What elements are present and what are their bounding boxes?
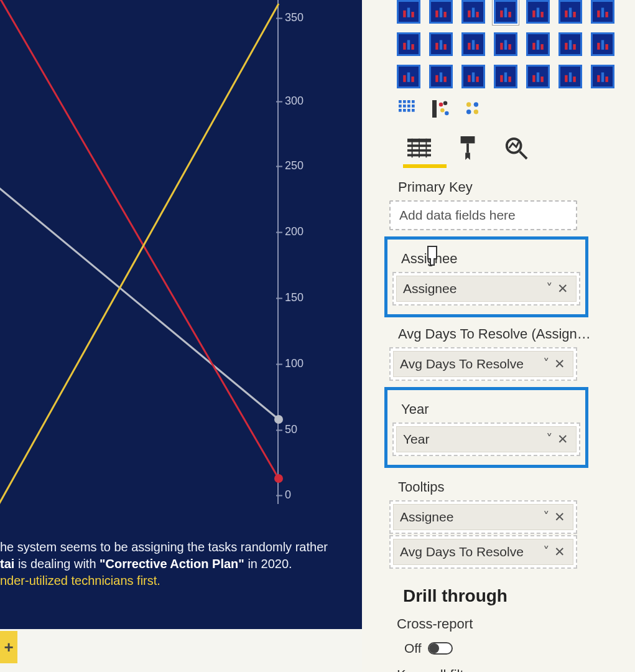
svg-rect-64	[573, 77, 575, 82]
tooltips-label: Tooltips	[362, 473, 626, 500]
svg-rect-68	[399, 100, 402, 103]
svg-rect-34	[476, 44, 478, 50]
svg-rect-79	[412, 109, 415, 112]
caption-bold-b: Corrective Action Plan	[106, 557, 239, 571]
visual-type-tile[interactable]	[591, 0, 614, 24]
cross-report-state: Off	[404, 641, 422, 656]
svg-rect-73	[403, 105, 406, 108]
svg-point-1	[274, 415, 283, 424]
visual-type-tile[interactable]	[494, 0, 517, 24]
svg-rect-14	[500, 11, 503, 17]
visual-type-tile[interactable]	[526, 0, 550, 24]
svg-point-86	[474, 102, 478, 106]
remove-field-icon[interactable]: ✕	[556, 432, 570, 447]
cross-report-toggle[interactable]: Off	[362, 636, 626, 666]
svg-point-82	[443, 101, 448, 105]
svg-rect-62	[565, 75, 567, 82]
svg-rect-32	[468, 43, 470, 50]
tooltip-field-0-value: Assignee	[400, 510, 539, 525]
report-canvas[interactable]: 350 300 250 200 150 100 50 0 he system s…	[0, 0, 362, 629]
svg-rect-25	[605, 12, 608, 17]
keep-filters-label: Keep all filters	[362, 666, 626, 672]
visual-type-tile[interactable]	[397, 0, 420, 24]
visual-type-tile[interactable]	[559, 65, 582, 88]
svg-rect-21	[569, 7, 572, 17]
visual-type-tile[interactable]	[397, 65, 420, 88]
caption-mid: is dealing with	[18, 557, 100, 571]
tooltip-field-1[interactable]: Avg Days To Resolve ˅ ✕	[389, 535, 577, 569]
svg-rect-35	[500, 43, 503, 50]
add-page-button[interactable]: +	[0, 631, 17, 663]
remove-field-icon[interactable]: ✕	[553, 544, 567, 559]
year-field[interactable]: Year ˅ ✕	[392, 422, 580, 456]
svg-rect-78	[407, 109, 410, 112]
visual-type-tile[interactable]	[429, 0, 453, 24]
year-label: Year	[387, 399, 585, 422]
svg-rect-74	[407, 105, 410, 108]
svg-point-81	[439, 103, 443, 107]
svg-rect-33	[472, 40, 475, 49]
visual-type-tile[interactable]	[429, 65, 453, 88]
visual-type-tile[interactable]	[494, 65, 517, 88]
assignee-well-highlight: Assignee Assignee ˅ ✕	[384, 236, 588, 317]
svg-rect-97	[466, 143, 469, 152]
tooltip-field-0[interactable]: Assignee ˅ ✕	[389, 500, 577, 534]
visual-type-tile[interactable]	[461, 0, 485, 24]
active-tab-indicator	[403, 164, 447, 168]
svg-rect-8	[435, 11, 438, 17]
remove-field-icon[interactable]: ✕	[553, 510, 567, 525]
matrix-icon[interactable]	[397, 98, 418, 119]
visual-type-tile[interactable]	[559, 32, 582, 56]
visual-type-tile[interactable]	[461, 65, 485, 88]
pane-tabbar	[362, 123, 626, 162]
svg-rect-7	[411, 12, 414, 17]
caption-bold-a: tai	[0, 557, 14, 571]
caption-suffix: in 2020.	[248, 557, 292, 571]
remove-field-icon[interactable]: ✕	[553, 357, 567, 371]
svg-rect-11	[468, 11, 470, 17]
svg-rect-55	[476, 77, 478, 82]
scatter-icon[interactable]	[430, 98, 452, 119]
primary-key-dropzone[interactable]: Add data fields here	[389, 200, 577, 230]
visual-type-tile[interactable]	[397, 32, 420, 56]
svg-rect-45	[601, 40, 604, 49]
fields-tab[interactable]	[406, 134, 433, 162]
chevron-down-icon[interactable]: ˅	[539, 357, 553, 371]
svg-rect-40	[540, 44, 543, 50]
toggle-switch-icon	[428, 642, 453, 655]
avg-days-field[interactable]: Avg Days To Resolve ˅ ✕	[389, 347, 577, 381]
svg-rect-75	[412, 105, 415, 108]
visual-type-tile[interactable]	[591, 65, 614, 88]
visual-type-tile[interactable]	[526, 65, 550, 88]
svg-rect-30	[440, 40, 442, 49]
svg-rect-39	[537, 40, 539, 49]
chevron-down-icon[interactable]: ˅	[539, 544, 553, 559]
svg-rect-38	[532, 43, 535, 50]
svg-line-4	[0, 4, 279, 513]
visual-type-tile[interactable]	[559, 0, 582, 24]
svg-point-84	[445, 111, 449, 116]
chevron-down-icon[interactable]: ˅	[542, 281, 556, 296]
svg-rect-12	[472, 7, 475, 17]
visual-type-tile[interactable]	[494, 32, 517, 56]
drill-through-header: Drill through	[362, 569, 626, 615]
svg-rect-67	[605, 77, 608, 82]
chevron-down-icon[interactable]: ˅	[542, 432, 556, 447]
more-visuals-icon[interactable]	[464, 98, 485, 119]
svg-rect-17	[532, 11, 535, 17]
format-tab[interactable]	[454, 134, 481, 162]
assignee-field[interactable]: Assignee ˅ ✕	[392, 272, 580, 306]
visual-type-tile[interactable]	[461, 32, 485, 56]
svg-rect-42	[569, 40, 572, 49]
visual-type-tile[interactable]	[591, 32, 614, 56]
svg-rect-47	[403, 75, 406, 82]
cross-report-label: Cross-report	[362, 615, 626, 636]
year-field-value: Year	[403, 432, 542, 447]
chevron-down-icon[interactable]: ˅	[539, 510, 553, 525]
visual-type-tile[interactable]	[429, 32, 453, 56]
analytics-tab[interactable]	[503, 134, 530, 162]
visual-type-tile[interactable]	[526, 32, 550, 56]
svg-rect-27	[407, 40, 410, 49]
remove-field-icon[interactable]: ✕	[556, 281, 570, 296]
chart-caption: he system seems to be assigning the task…	[0, 539, 343, 589]
